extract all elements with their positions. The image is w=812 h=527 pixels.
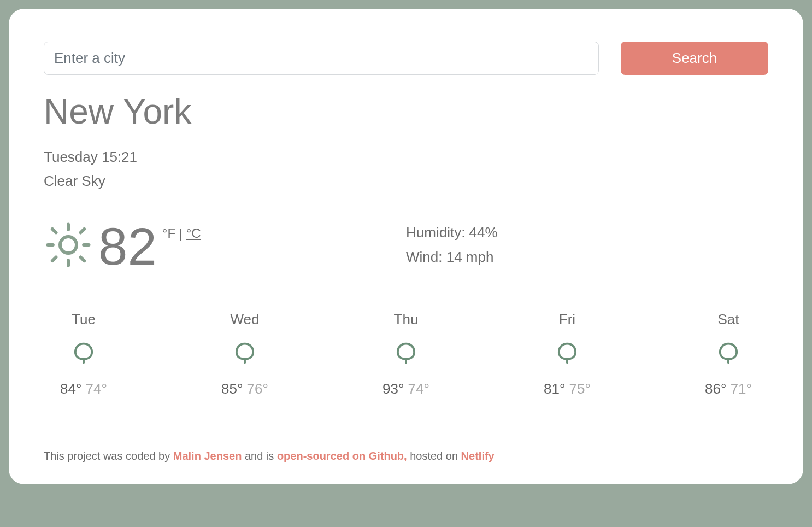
wind-label: Wind: xyxy=(406,249,446,265)
svg-point-0 xyxy=(60,237,77,253)
svg-line-3 xyxy=(52,229,56,233)
unit-toggle: °F | °C xyxy=(162,226,201,241)
forecast-low: 75° xyxy=(569,380,591,397)
footer-credits: This project was coded by Malin Jensen a… xyxy=(44,450,495,462)
forecast-day-label: Sat xyxy=(717,311,739,328)
footer-text-3: hosted on xyxy=(407,450,461,462)
forecast-col: Sat 86° 71° xyxy=(705,311,752,397)
forecast-low: 74° xyxy=(408,380,429,397)
github-link[interactable]: open-sourced on Github, xyxy=(277,450,407,462)
forecast-col: Wed 85° 76° xyxy=(221,311,268,397)
svg-line-7 xyxy=(52,257,56,261)
forecast-day-label: Fri xyxy=(559,311,575,328)
forecast-temps: 84° 74° xyxy=(60,380,107,397)
forecast-temps: 93° 74° xyxy=(383,380,429,397)
forecast-low: 71° xyxy=(731,380,752,397)
forecast-temps: 86° 71° xyxy=(705,380,752,397)
forecast-day-label: Wed xyxy=(230,311,259,328)
sun-icon xyxy=(44,220,93,272)
celsius-link[interactable]: °C xyxy=(186,226,201,241)
netlify-link[interactable]: Netlify xyxy=(461,450,495,462)
humidity-label: Humidity: xyxy=(406,224,469,241)
search-button[interactable]: Search xyxy=(621,42,768,75)
current-weather-row: 82 °F | °C Humidity: 44% Wind: 14 mph xyxy=(44,220,768,273)
forecast-col: Fri 81° 75° xyxy=(544,311,591,397)
forecast-high: 86° xyxy=(705,380,726,397)
stats-block: Humidity: 44% Wind: 14 mph xyxy=(406,220,768,268)
cloud-rain-icon xyxy=(69,339,98,370)
wind-value: 14 mph xyxy=(446,249,494,265)
cloud-rain-icon xyxy=(553,339,581,370)
forecast-high: 84° xyxy=(60,380,81,397)
condition-text: Clear Sky xyxy=(44,169,768,193)
search-row: Search xyxy=(44,42,768,75)
footer-text-1: This project was coded by xyxy=(44,450,173,462)
forecast-temps: 85° 76° xyxy=(221,380,268,397)
wind-line: Wind: 14 mph xyxy=(406,245,768,269)
city-search-input[interactable] xyxy=(44,42,599,75)
cloud-rain-icon xyxy=(392,339,420,370)
forecast-high: 81° xyxy=(544,380,565,397)
current-temperature: 82 xyxy=(98,220,157,273)
forecast-col: Tue 84° 74° xyxy=(60,311,107,397)
cloud-rain-icon xyxy=(714,339,743,370)
footer-text-2: and is xyxy=(242,450,276,462)
svg-line-4 xyxy=(81,257,85,261)
forecast-col: Thu 93° 74° xyxy=(383,311,429,397)
fahrenheit-link[interactable]: °F xyxy=(162,226,175,241)
cloud-rain-icon xyxy=(231,339,259,370)
forecast-high: 85° xyxy=(221,380,243,397)
datetime-text: Tuesday 15:21 xyxy=(44,145,768,169)
author-link[interactable]: Malin Jensen xyxy=(173,450,242,462)
forecast-row: Tue 84° 74° Wed 85° 76 xyxy=(44,311,768,397)
svg-line-8 xyxy=(81,229,85,233)
forecast-temps: 81° 75° xyxy=(544,380,591,397)
forecast-high: 93° xyxy=(383,380,404,397)
forecast-day-label: Tue xyxy=(72,311,96,328)
city-name: New York xyxy=(44,91,768,132)
weather-card: Search New York Tuesday 15:21 Clear Sky … xyxy=(9,9,803,484)
humidity-line: Humidity: 44% xyxy=(406,220,768,244)
forecast-day-label: Thu xyxy=(394,311,419,328)
unit-separator: | xyxy=(175,226,186,241)
forecast-low: 76° xyxy=(247,380,268,397)
forecast-low: 74° xyxy=(86,380,107,397)
humidity-value: 44% xyxy=(469,224,498,241)
